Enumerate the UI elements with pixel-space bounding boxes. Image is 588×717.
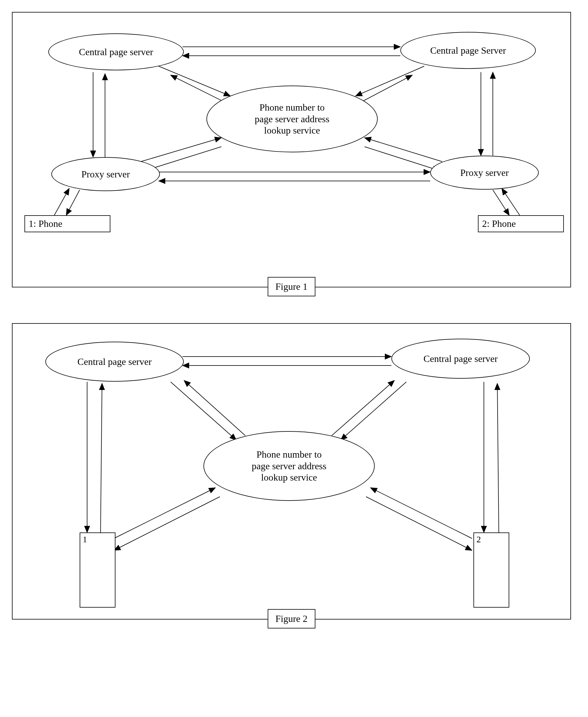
node-proxy-right: Proxy server bbox=[430, 156, 539, 190]
node-cps-right-2: Central page server bbox=[392, 339, 530, 378]
node-cps-left-2: Central page server bbox=[45, 342, 184, 382]
svg-line-18 bbox=[66, 190, 80, 215]
svg-line-26 bbox=[341, 382, 406, 440]
node-label: 1: Phone bbox=[29, 218, 62, 229]
caption-text: Figure 2 bbox=[275, 613, 308, 624]
svg-line-13 bbox=[364, 138, 442, 161]
svg-line-31 bbox=[497, 384, 499, 533]
svg-line-33 bbox=[114, 497, 220, 550]
node-proxy-left: Proxy server bbox=[51, 157, 160, 191]
node-label: Central page server bbox=[79, 46, 153, 58]
node-lookup-2: Phone number to page server address look… bbox=[204, 431, 375, 501]
node-label: 1 bbox=[83, 534, 87, 544]
node-label: Central page Server bbox=[430, 45, 506, 56]
svg-line-6 bbox=[356, 75, 412, 105]
node-label: Phone number to page server address look… bbox=[252, 449, 327, 483]
node-label: Proxy server bbox=[460, 167, 509, 178]
node-cps-left-1: Central page server bbox=[48, 34, 184, 70]
node-2: 2 bbox=[474, 533, 509, 608]
node-1: 1 bbox=[80, 533, 115, 608]
svg-line-29 bbox=[101, 384, 102, 533]
svg-line-17 bbox=[54, 189, 69, 215]
node-lookup-1: Phone number to page server address look… bbox=[206, 86, 378, 152]
figure-1-caption: Figure 1 bbox=[268, 277, 315, 296]
svg-line-14 bbox=[364, 147, 439, 171]
svg-line-20 bbox=[493, 190, 509, 215]
svg-line-25 bbox=[184, 381, 245, 436]
svg-line-27 bbox=[332, 381, 394, 436]
figure-2-container: Central page server Central page server … bbox=[12, 323, 571, 620]
svg-line-32 bbox=[114, 488, 215, 538]
svg-line-5 bbox=[356, 66, 424, 96]
svg-line-3 bbox=[159, 66, 230, 96]
node-label: 2 bbox=[477, 534, 481, 544]
node-label: Central page server bbox=[424, 353, 498, 364]
node-label: Phone number to page server address look… bbox=[255, 102, 330, 136]
node-cps-right-1: Central page Server bbox=[400, 32, 536, 69]
node-label: Proxy server bbox=[81, 169, 130, 180]
caption-text: Figure 1 bbox=[275, 281, 308, 292]
svg-line-34 bbox=[371, 488, 472, 538]
node-phone-2: 2: Phone bbox=[478, 215, 564, 232]
node-label: Central page server bbox=[78, 356, 152, 367]
figure-1-container: Central page server Central page Server … bbox=[12, 12, 571, 287]
node-label: 2: Phone bbox=[482, 218, 516, 229]
svg-line-11 bbox=[141, 138, 222, 161]
svg-line-19 bbox=[502, 189, 520, 215]
node-phone-1: 1: Phone bbox=[24, 215, 110, 232]
svg-line-24 bbox=[171, 382, 236, 440]
svg-line-12 bbox=[145, 147, 222, 171]
figure-2-caption: Figure 2 bbox=[268, 609, 315, 628]
svg-line-35 bbox=[366, 497, 472, 550]
